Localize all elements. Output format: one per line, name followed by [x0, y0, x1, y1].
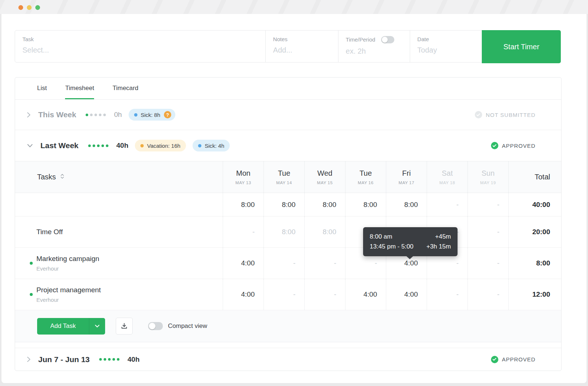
day-dot: [86, 114, 88, 116]
time-cell[interactable]: 4:00: [223, 248, 263, 279]
time-cell: 8:00: [263, 193, 304, 216]
export-download-button[interactable]: [116, 318, 133, 335]
time-cell[interactable]: -: [263, 248, 304, 279]
day-dot: [106, 144, 108, 147]
week-status: NOT SUBMITTED: [475, 111, 535, 118]
toggle-knob: [382, 37, 388, 43]
window-zoom-button[interactable]: [35, 5, 40, 10]
time-cell[interactable]: -: [467, 217, 508, 247]
task-select-input[interactable]: Select...: [22, 46, 265, 54]
time-cell[interactable]: -: [427, 279, 467, 310]
date-field[interactable]: Date Today: [410, 31, 482, 62]
day-date: MAY 14: [276, 181, 292, 185]
day-column-header: Wed MAY 15: [304, 161, 345, 193]
vacation-badge[interactable]: Vacation: 16h: [135, 140, 186, 151]
time-period-field-label: Time/Period: [346, 36, 375, 43]
check-circle-icon: [491, 142, 498, 149]
time-cell[interactable]: -: [304, 248, 345, 279]
app-window: Task Select... Notes Add... Time/Period …: [1, 14, 587, 383]
titlebar-texture: [0, 0, 588, 14]
time-cell[interactable]: -: [467, 248, 508, 279]
timesheet-table-header: Tasks Mon MAY 13 Tue MAY 14 Wed MAY 15: [15, 161, 561, 193]
time-period-input[interactable]: ex. 2h: [346, 47, 410, 56]
time-period-toggle[interactable]: [381, 36, 394, 43]
task-name[interactable]: Project management: [36, 286, 101, 294]
sick-badge-label: Sick: 4h: [205, 143, 224, 149]
day-dot: [88, 144, 91, 147]
week-row-last-week[interactable]: Last Week 40h Vacation: 16h Sick: 4h: [15, 130, 561, 161]
add-task-split-button[interactable]: Add Task: [37, 318, 105, 335]
sort-icon[interactable]: [60, 173, 64, 181]
date-field-label: Date: [417, 36, 482, 42]
time-cell[interactable]: 8:00: [304, 217, 345, 247]
blue-dot-icon: [198, 144, 201, 147]
time-cell[interactable]: -: [304, 279, 345, 310]
tooltip-start-time: 8:00 am: [370, 232, 392, 242]
time-cell: 8:00: [304, 193, 345, 216]
chevron-right-icon[interactable]: [27, 356, 31, 362]
day-dot: [97, 144, 100, 147]
day-dot: [117, 358, 119, 361]
time-cell[interactable]: -: [263, 279, 304, 310]
toggle-knob: [149, 323, 155, 329]
task-cell[interactable]: Marketing campaign Everhour: [15, 248, 223, 279]
tab-timecard[interactable]: Timecard: [112, 78, 138, 99]
time-entry-tooltip: 8:00 am +45m 13:45 pm - 5:00 +3h 15m: [363, 227, 458, 256]
tab-list[interactable]: List: [37, 78, 47, 99]
start-timer-button[interactable]: Start Timer: [482, 30, 561, 63]
row-spacer: [15, 342, 561, 348]
add-task-dropdown-button[interactable]: [89, 318, 105, 335]
day-dot: [108, 358, 111, 361]
time-cell[interactable]: -: [223, 217, 263, 247]
check-circle-icon: [475, 111, 482, 118]
window-close-button[interactable]: [18, 5, 23, 10]
day-column-header: Tue MAY 14: [263, 161, 304, 193]
week-day-dots: [99, 358, 119, 361]
compact-view-toggle[interactable]: [148, 322, 163, 330]
time-cell[interactable]: 4:00: [386, 279, 427, 310]
day-dot: [93, 144, 95, 147]
time-cell[interactable]: 8:00: [263, 217, 304, 247]
project-name: Everhour: [36, 297, 101, 303]
tab-timesheet[interactable]: Timesheet: [65, 78, 94, 99]
table-row-time-off: Time Off - 8:00 8:00 - - 20:00: [15, 217, 561, 248]
week-row-jun-7-13[interactable]: Jun 7 - Jun 13 40h APPROVED: [15, 348, 561, 371]
window-minimize-button[interactable]: [27, 5, 32, 10]
time-cell: 8:00: [386, 193, 427, 216]
status-label: APPROVED: [502, 143, 535, 149]
task-cell[interactable]: Project management Everhour: [15, 279, 223, 310]
week-row-this-week[interactable]: This Week 0h Sick: 8h ? NOT SUBMITTED: [15, 100, 561, 130]
week-hours: 40h: [116, 142, 129, 150]
sick-badge[interactable]: Sick: 4h: [193, 140, 230, 151]
timesheet-card: List Timesheet Timecard This Week 0h Sic…: [15, 77, 562, 371]
sick-badge[interactable]: Sick: 8h ?: [129, 109, 175, 121]
time-cell[interactable]: -: [467, 279, 508, 310]
total-cell: 20:00: [508, 217, 561, 247]
time-cell: -: [427, 193, 467, 216]
day-dot: [104, 358, 106, 361]
time-period-label-row: Time/Period: [346, 36, 410, 43]
chevron-right-icon[interactable]: [27, 112, 31, 118]
day-date: MAY 17: [399, 181, 415, 185]
week-day-dots: [88, 144, 108, 147]
tasks-column-header: Tasks: [15, 161, 223, 193]
time-cell[interactable]: 4:00: [345, 279, 386, 310]
notes-input[interactable]: Add...: [273, 46, 338, 54]
time-cell: -: [467, 193, 508, 216]
chevron-down-icon[interactable]: [27, 144, 33, 148]
time-cell[interactable]: 4:00: [223, 279, 263, 310]
question-icon[interactable]: ?: [164, 111, 171, 118]
add-task-button[interactable]: Add Task: [37, 318, 89, 335]
task-name[interactable]: Marketing campaign: [36, 255, 99, 263]
week-hours: 0h: [114, 111, 122, 119]
task-field[interactable]: Task Select...: [15, 31, 265, 62]
status-label: NOT SUBMITTED: [486, 112, 535, 118]
total-cell: 40:00: [508, 193, 561, 216]
notes-field[interactable]: Notes Add...: [265, 31, 338, 62]
day-name: Sat: [442, 169, 453, 178]
tooltip-arrow: [406, 256, 413, 259]
total-column-header: Total: [508, 161, 561, 193]
time-period-field[interactable]: Time/Period ex. 2h: [338, 31, 410, 62]
date-input[interactable]: Today: [417, 46, 482, 54]
sick-badge-label: Sick: 8h: [141, 112, 160, 118]
